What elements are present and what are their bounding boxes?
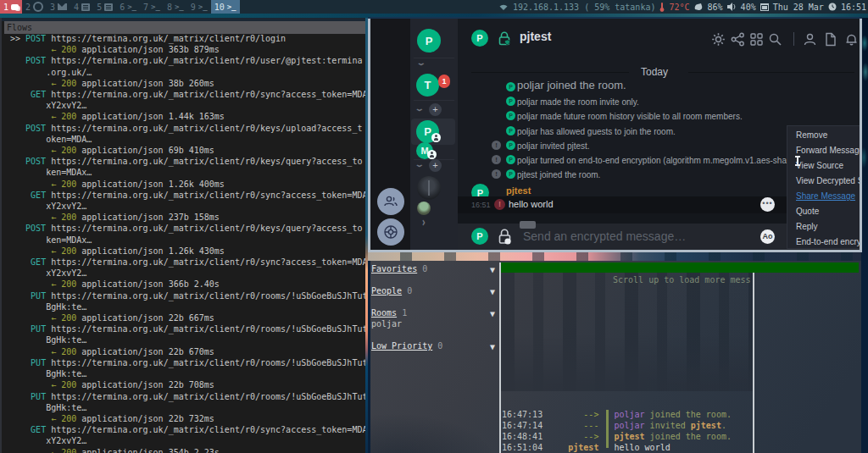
flow-line[interactable]: xY2xvY2… [10,435,365,446]
flow-line[interactable]: ← 200 application/json 366b 2.40s [10,279,365,290]
chevron-down-icon[interactable]: ⌄ [416,58,426,67]
section-collapse-arrow[interactable]: ▼ [490,309,495,318]
section-collapse-arrow[interactable]: ▼ [490,342,495,351]
add-room-button[interactable]: + [429,159,442,172]
chevron-down-icon[interactable]: ⌄ [415,160,425,168]
input-lock-icon [498,229,512,245]
workspace-8[interactable]: 8>_ [164,0,187,14]
menu-item-view-decrypted-source[interactable]: View Decrypted Source [796,175,862,191]
room-avatar-t[interactable]: T [416,74,439,97]
flow-line[interactable]: xY2xvY2… [10,100,365,111]
room-avatar-image[interactable] [417,202,431,215]
buffer-list-item[interactable]: Rooms 1 [371,307,407,318]
flow-line[interactable]: PUT https://termina.org.uk/_matrix/clien… [10,290,365,301]
flow-line[interactable]: ← 200 application/json 22b 732ms [10,413,365,424]
buffer-list-item[interactable]: Low Priority 0 [371,340,442,351]
timeline-event[interactable]: Ppoljar made the room invite only. [458,95,860,109]
rooms-people-button[interactable] [377,188,404,215]
mitmproxy-terminal: Flows >> POST https://termina.org.uk/_ma… [0,18,365,453]
workspace-5[interactable]: 5 [93,0,116,14]
flow-line[interactable]: .org.uk/… [10,67,365,78]
terminal-icon: >_ [227,3,236,11]
room-header-avatar[interactable]: P [471,30,488,47]
flow-line[interactable]: ← 200 application/json 22b 708ms [10,379,365,390]
flow-line[interactable]: ← 200 application/json 69b 410ms [10,145,365,156]
flow-line[interactable]: xY2xvY2… [10,201,365,212]
flow-line[interactable]: xY2xvY2… [10,268,365,279]
event-avatar: P [506,126,515,135]
user-avatar[interactable]: P [417,29,441,52]
message-input[interactable]: Send an encrypted message… [523,229,686,243]
flow-line[interactable]: ← 200 application/json 237b 158ms [10,212,365,223]
settings-wheel-button[interactable] [377,218,404,246]
flow-line[interactable]: ← 200 application/json 38b 260ms [10,78,365,89]
flow-line[interactable]: BgHk:te… [10,368,365,379]
grid-icon[interactable] [749,32,764,47]
flow-line[interactable]: PUT https://termina.org.uk/_matrix/clien… [10,357,365,368]
menu-item-remove[interactable]: Remove [796,130,827,145]
workspace-10[interactable]: 10>_ [211,0,240,14]
file-icon[interactable] [824,32,837,47]
search-icon[interactable] [768,32,782,47]
flow-line[interactable]: BgHk:te… [10,301,365,312]
settings-gear-icon[interactable] [711,32,726,47]
workspace-7[interactable]: 7>_ [140,0,164,14]
chevron-down-icon[interactable]: ⌄ [415,104,425,113]
workspace-9[interactable]: 9>_ [187,0,211,14]
flow-line[interactable]: PUT https://termina.org.uk/_matrix/clien… [10,323,365,334]
members-icon[interactable] [803,32,817,47]
buffer-list-item[interactable]: People 0 [371,285,412,296]
message-options-button[interactable]: ••• [760,197,775,212]
flow-line[interactable]: ← 200 application/json 22b 670ms [10,346,365,357]
timeline-event[interactable]: Ppoljar made future room history visible… [458,109,860,124]
flow-line[interactable]: POST https://termina.org.uk/_matrix/clie… [10,55,365,66]
menu-item-forward-message[interactable]: Forward Message [796,145,862,160]
flow-line[interactable]: ← 200 application/json 1.26k 400ms [10,179,365,190]
workspace-6[interactable]: 6>_ [116,0,140,14]
flow-line[interactable]: oken=MDA… [10,134,365,145]
flow-line[interactable]: POST https://termina.org.uk/_matrix/clie… [10,156,365,167]
flow-line[interactable]: BgHk:te… [10,334,365,345]
flow-line[interactable]: ← 200 application/json 1.26k 430ms [10,246,365,257]
flow-line[interactable]: POST https://termina.org.uk/_matrix/clie… [10,223,365,234]
menu-item-reply[interactable]: Reply [796,221,818,236]
workspace-1[interactable]: 1 [0,0,22,14]
text-format-button[interactable]: Ao [760,229,775,244]
buffer-list-item[interactable]: Favorites 0 [371,263,427,274]
room-avatar-image[interactable] [417,176,441,200]
flow-line[interactable]: GET https://termina.org.uk/_matrix/clien… [10,424,365,435]
menu-item-view-source[interactable]: View Source [796,160,843,175]
flow-line[interactable]: >> POST https://termina.org.uk/_matrix/c… [10,33,365,44]
flow-line[interactable]: ← 200 application/json 354b 2.23s [10,447,365,453]
presence-badge [431,133,441,142]
flow-line[interactable]: POST https://termina.org.uk/_matrix/clie… [10,123,365,134]
message-sender[interactable]: pjtest [506,185,531,196]
share-icon[interactable] [731,32,745,47]
column-separator [753,273,754,453]
flow-line[interactable]: GET https://termina.org.uk/_matrix/clien… [10,190,365,201]
workspace-number: 10 [214,3,225,12]
flow-line[interactable]: BgHk:te… [10,402,365,413]
chevron-right-icon[interactable]: ⌄ [418,218,426,228]
flows-list[interactable]: >> POST https://termina.org.uk/_matrix/c… [10,33,365,453]
buffer-list-item[interactable]: poljar [371,318,402,329]
flow-line[interactable]: GET https://termina.org.uk/_matrix/clien… [10,257,365,268]
notification-bell-icon[interactable] [844,32,859,47]
flow-line[interactable]: ken=MDAx… [10,235,365,246]
workspace-4[interactable]: 4 [70,0,93,14]
workspace-2[interactable]: 2 [22,0,47,14]
menu-item-quote[interactable]: Quote [796,206,819,221]
flow-line[interactable]: ← 200 application/json 363b 879ms [10,44,365,55]
menu-item-share-message[interactable]: Share Message [796,191,855,206]
flow-line[interactable]: PUT https://termina.org.uk/_matrix/clien… [10,391,365,402]
activity-bar[interactable] [501,262,859,273]
flow-line[interactable]: ← 200 application/json 1.44k 163ms [10,111,365,122]
timeline-event[interactable]: Ppoljar joined the room. [458,80,860,95]
workspace-3[interactable]: 3 [47,0,70,14]
section-collapse-arrow[interactable]: ▼ [490,287,495,296]
flow-line[interactable]: ken=MDAx… [10,167,365,178]
flow-line[interactable]: GET https://termina.org.uk/_matrix/clien… [10,89,365,100]
flow-line[interactable]: ← 200 application/json 22b 667ms [10,312,365,323]
section-collapse-arrow[interactable]: ▼ [490,265,495,274]
add-room-button[interactable]: + [429,103,442,116]
